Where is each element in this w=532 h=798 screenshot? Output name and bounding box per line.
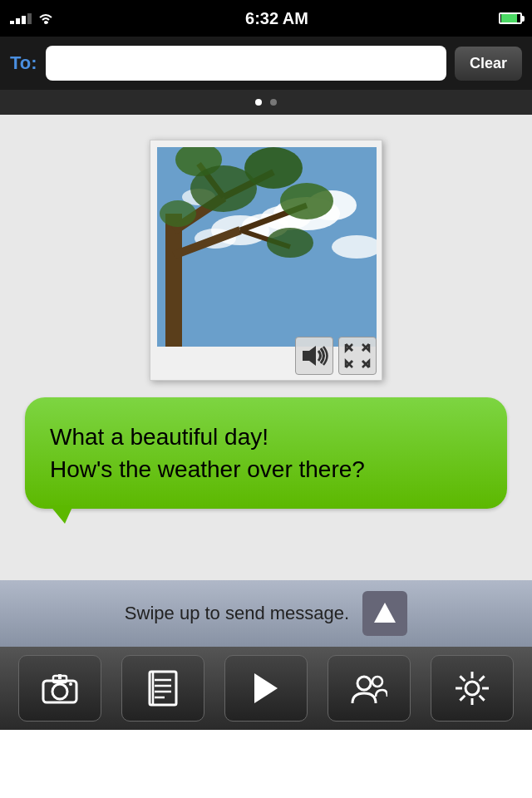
chat-text-line2: How's the weather over there? [50,453,482,485]
expand-button[interactable] [338,337,377,375]
svg-point-0 [44,21,47,24]
svg-line-51 [460,696,465,701]
page-dots [0,90,532,115]
status-bar: 6:32 AM [0,0,532,37]
svg-point-43 [466,682,479,695]
audio-button[interactable] [295,337,333,375]
svg-marker-28 [374,603,396,623]
camera-button[interactable] [18,655,101,722]
svg-point-22 [160,200,196,227]
contacts-button[interactable] [328,655,411,722]
svg-marker-40 [254,673,278,703]
svg-point-32 [69,682,72,686]
swipe-up-arrow [362,591,407,636]
to-label: To: [10,52,37,74]
polaroid-controls [295,337,377,375]
to-input[interactable] [46,46,446,81]
settings-button[interactable] [431,655,514,722]
svg-marker-23 [303,346,316,366]
chat-text-line1: What a beautiful day! [50,421,482,453]
play-button[interactable] [224,655,308,722]
page-dot-2 [270,99,277,106]
wifi-icon [37,11,55,26]
swipe-bar[interactable]: Swipe up to send message. [0,580,532,647]
status-time: 6:32 AM [55,9,499,28]
svg-line-50 [480,676,485,681]
svg-point-20 [280,183,333,219]
svg-line-49 [480,696,485,701]
to-bar: To: Clear [0,37,532,90]
status-right [499,12,522,24]
battery-icon [499,12,522,24]
svg-point-21 [267,228,313,258]
note-button[interactable] [121,655,204,722]
chat-bubble: What a beautiful day! How's the weather … [25,397,507,509]
svg-point-41 [357,677,371,690]
svg-line-48 [460,676,465,681]
svg-rect-10 [165,214,182,347]
clear-button[interactable]: Clear [455,47,522,81]
page-dot-1 [255,99,262,106]
polaroid-image[interactable] [157,147,377,347]
svg-point-30 [52,684,67,699]
polaroid-frame [150,140,382,381]
status-left [10,11,55,26]
swipe-text: Swipe up to send message. [125,603,349,624]
bottom-toolbar [0,647,532,730]
main-content: What a beautiful day! How's the weather … [0,115,532,580]
signal-icon [10,13,32,24]
svg-point-42 [372,677,382,687]
svg-point-19 [190,165,257,212]
